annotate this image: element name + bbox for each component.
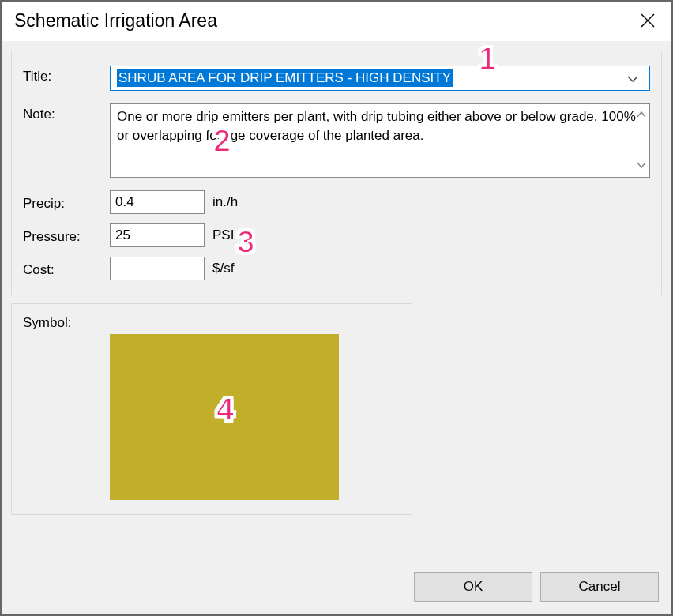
content-area: Title: SHRUB AREA FOR DRIP EMITTERS - HI… [2, 41, 671, 614]
note-text: One or more drip emitters per plant, wit… [117, 109, 636, 143]
pressure-label: Pressure: [23, 226, 110, 245]
chevron-down-icon [622, 70, 643, 86]
dialog-window: Schematic Irrigation Area Title: SHRUB A… [2, 2, 671, 614]
pressure-row: Pressure: PSI [23, 223, 650, 247]
symbol-swatch[interactable] [110, 334, 339, 500]
window-title: Schematic Irrigation Area [14, 10, 217, 32]
precip-input[interactable] [110, 190, 205, 214]
form-fieldset: Title: SHRUB AREA FOR DRIP EMITTERS - HI… [11, 51, 662, 295]
symbol-section: Symbol: [11, 303, 412, 515]
note-label: Note: [23, 103, 110, 122]
close-icon[interactable] [637, 9, 659, 32]
symbol-label: Symbol: [23, 315, 400, 331]
button-bar: OK Cancel [11, 562, 662, 605]
pressure-unit: PSI [212, 227, 234, 243]
cancel-button[interactable]: Cancel [540, 572, 659, 602]
note-textarea[interactable]: One or more drip emitters per plant, wit… [110, 103, 650, 178]
title-label: Title: [23, 66, 110, 85]
note-row: Note: One or more drip emitters per plan… [23, 103, 650, 178]
title-dropdown[interactable]: SHRUB AREA FOR DRIP EMITTERS - HIGH DENS… [110, 66, 650, 91]
cost-label: Cost: [23, 259, 110, 278]
cost-row: Cost: $/sf [23, 257, 650, 280]
scroll-up-icon[interactable] [637, 107, 646, 123]
scroll-down-icon[interactable] [637, 158, 646, 174]
cost-input[interactable] [110, 257, 205, 280]
pressure-input[interactable] [110, 223, 205, 247]
title-value: SHRUB AREA FOR DRIP EMITTERS - HIGH DENS… [117, 69, 453, 87]
precip-label: Precip: [23, 193, 110, 212]
cost-unit: $/sf [212, 261, 234, 276]
precip-unit: in./h [212, 194, 238, 210]
ok-button[interactable]: OK [414, 572, 532, 602]
titlebar: Schematic Irrigation Area [2, 2, 671, 41]
precip-row: Precip: in./h [23, 190, 650, 214]
title-row: Title: SHRUB AREA FOR DRIP EMITTERS - HI… [23, 66, 650, 91]
